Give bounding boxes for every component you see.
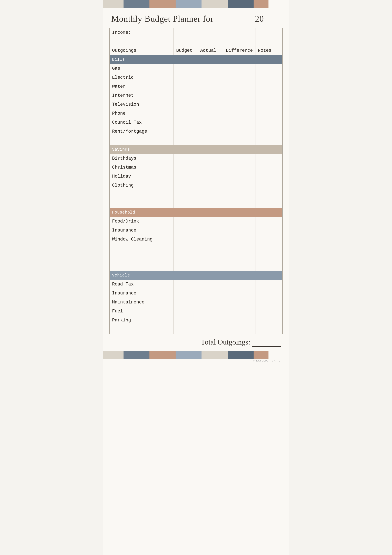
savings-holiday: Holiday (110, 172, 174, 181)
bottom-color-bar (103, 351, 289, 359)
vehicle-insurance: Insurance (110, 289, 174, 298)
table-row: Birthdays (110, 154, 283, 163)
table-row: Holiday (110, 172, 283, 181)
section-household-header: Household (110, 208, 283, 217)
budget-table: Income: Outgoings Budget Actual Differen… (109, 28, 283, 334)
savings-birthdays: Birthdays (110, 154, 174, 163)
income-budget (174, 28, 198, 37)
table-row: Parking (110, 316, 283, 325)
bills-water: Water (110, 82, 174, 91)
table-row: Food/Drink (110, 217, 283, 226)
table-row: Christmas (110, 163, 283, 172)
copyright: © KAYLEIGH MARIE (103, 359, 289, 364)
bills-label: Bills (110, 55, 283, 64)
title-year-prefix: 20 (255, 14, 264, 23)
title-blank (216, 14, 253, 24)
savings-label: Savings (110, 145, 283, 154)
vehicle-label: Vehicle (110, 271, 283, 280)
table-row: Window Cleaning (110, 235, 283, 244)
table-row: Water (110, 82, 283, 91)
vehicle-maintainence: Maintainence (110, 298, 174, 307)
table-row: Insurance (110, 226, 283, 235)
table-row: Gas (110, 64, 283, 73)
spacer-row (110, 37, 283, 46)
household-window-cleaning: Window Cleaning (110, 235, 174, 244)
table-row: Internet (110, 91, 283, 100)
table-row: Maintainence (110, 298, 283, 307)
vehicle-road-tax: Road Tax (110, 280, 174, 289)
table-row: Rent/Mortgage (110, 127, 283, 136)
budget-table-container: Income: Outgoings Budget Actual Differen… (109, 28, 283, 334)
section-vehicle-header: Vehicle (110, 271, 283, 280)
vehicle-fuel: Fuel (110, 307, 174, 316)
bills-television: Television (110, 100, 174, 109)
bills-electric: Electric (110, 73, 174, 82)
household-label: Household (110, 208, 283, 217)
household-food-drink: Food/Drink (110, 217, 174, 226)
table-row: Television (110, 100, 283, 109)
income-diff (223, 28, 255, 37)
bills-rent-mortgage: Rent/Mortgage (110, 127, 174, 136)
savings-christmas: Christmas (110, 163, 174, 172)
col-header-budget: Budget (174, 46, 198, 55)
column-header-row: Outgoings Budget Actual Difference Notes (110, 46, 283, 55)
bills-phone: Phone (110, 109, 174, 118)
household-insurance: Insurance (110, 226, 174, 235)
bills-gas: Gas (110, 64, 174, 73)
table-row: Insurance (110, 289, 283, 298)
income-notes (255, 28, 283, 37)
table-row: Electric (110, 73, 283, 82)
spacer-row (110, 199, 283, 208)
total-outgoings-area: Total Outgoings: (103, 334, 289, 349)
spacer-row (110, 190, 283, 199)
spacer-row (110, 325, 283, 334)
col-header-outgoings: Outgoings (110, 46, 174, 55)
page-title: Monthly Budget Planner for 20 (103, 8, 289, 28)
title-text: Monthly Budget Planner for (111, 14, 214, 23)
total-blank (252, 338, 281, 347)
table-row: Clothing (110, 181, 283, 190)
table-row: Fuel (110, 307, 283, 316)
spacer-row (110, 136, 283, 145)
col-header-actual: Actual (198, 46, 223, 55)
spacer-row (110, 262, 283, 271)
section-savings-header: Savings (110, 145, 283, 154)
col-header-difference: Difference (223, 46, 255, 55)
page: Monthly Budget Planner for 20 Income: Ou… (103, 0, 289, 555)
table-row: Road Tax (110, 280, 283, 289)
table-row: Council Tax (110, 118, 283, 127)
section-bills-header: Bills (110, 55, 283, 64)
income-actual (198, 28, 223, 37)
spacer-row (110, 253, 283, 262)
table-row: Phone (110, 109, 283, 118)
income-row: Income: (110, 28, 283, 37)
bills-council-tax: Council Tax (110, 118, 174, 127)
bills-internet: Internet (110, 91, 174, 100)
top-color-bar (103, 0, 289, 8)
income-label: Income: (110, 28, 174, 37)
title-year-blank (264, 14, 274, 24)
total-label: Total Outgoings: (201, 338, 250, 346)
vehicle-parking: Parking (110, 316, 174, 325)
col-header-notes: Notes (255, 46, 283, 55)
savings-clothing: Clothing (110, 181, 174, 190)
spacer-row (110, 244, 283, 253)
